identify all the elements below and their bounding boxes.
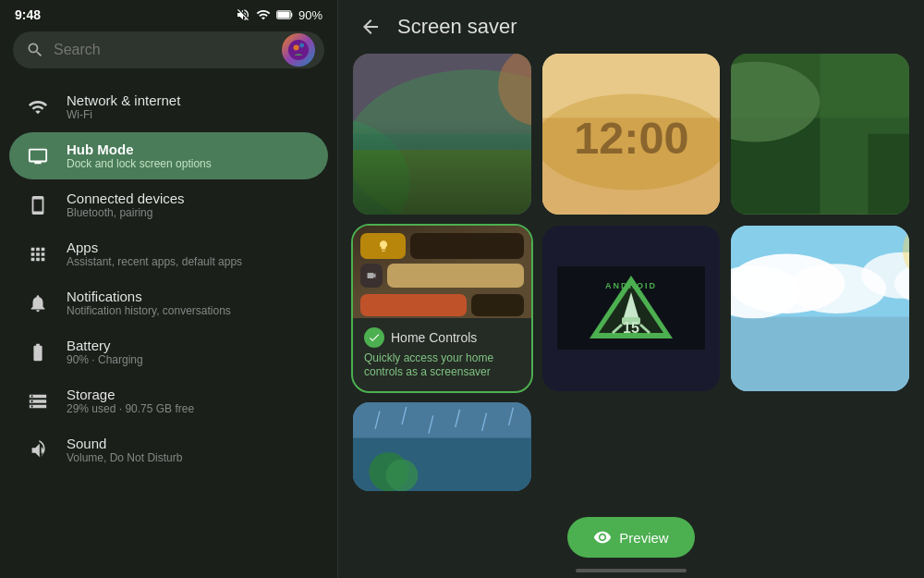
- selected-checkmark: [364, 327, 384, 348]
- storage-icon: [26, 389, 50, 413]
- monitor-icon: [26, 144, 50, 168]
- svg-rect-1: [291, 13, 292, 17]
- sidebar-item-sound[interactable]: Sound Volume, Do Not Disturb: [9, 426, 328, 473]
- main-panel: Screen saver: [338, 0, 924, 578]
- landroid-image: ANDROID 15: [557, 266, 705, 350]
- clock: 9:48: [15, 7, 41, 22]
- card-art-gallery[interactable]: Art gallery Choose from curated images a…: [353, 54, 531, 215]
- sidebar-item-apps[interactable]: Apps Assistant, recent apps, default app…: [9, 230, 328, 277]
- nav-text-connected: Connected devices Bluetooth, pairing: [67, 191, 185, 219]
- card-home-controls[interactable]: Home Controls Quickly access your home c…: [353, 226, 531, 391]
- back-arrow-icon: [359, 16, 382, 38]
- preview-bar: Preview: [338, 508, 924, 569]
- thumb-google-photos: [731, 54, 909, 215]
- checkmark-icon: [368, 331, 381, 344]
- svg-point-49: [386, 459, 419, 491]
- sound-icon: [26, 438, 50, 462]
- nav-text-network: Network & internet Wi-Fi: [67, 92, 180, 121]
- card-weather[interactable]: Weather Check the weather with an animat…: [731, 226, 909, 391]
- svg-point-10: [498, 54, 531, 126]
- thumb-rain: [353, 402, 531, 491]
- svg-text:12:00: 12:00: [574, 113, 688, 163]
- nav-text-notifications: Notifications Notification history, conv…: [67, 289, 231, 317]
- battery-nav-icon: [26, 340, 50, 364]
- screensaver-grid-container: Art gallery Choose from curated images a…: [338, 50, 924, 508]
- svg-point-5: [299, 43, 304, 48]
- svg-rect-9: [353, 134, 531, 215]
- weather-image: [731, 226, 909, 391]
- sidebar-item-network[interactable]: Network & internet Wi-Fi: [9, 83, 328, 130]
- card-full-screen-clock[interactable]: 12:00 Full-screen clock Choose from beau…: [542, 54, 721, 215]
- nav-text-storage: Storage 29% used · 90.75 GB free: [67, 387, 194, 415]
- svg-rect-2: [277, 12, 289, 18]
- thumb-clock: 12:00: [542, 54, 721, 215]
- panel-title: Screen saver: [397, 15, 517, 39]
- search-bar[interactable]: [13, 31, 324, 68]
- status-bar: 9:48 90%: [0, 0, 337, 26]
- mute-icon: [236, 7, 250, 22]
- sidebar-item-battery[interactable]: Battery 90% · Charging: [9, 328, 328, 375]
- nav-menu: Network & internet Wi-Fi Hub Mode Dock a…: [0, 78, 337, 578]
- thumb-home-controls: [353, 226, 531, 318]
- card-info-home-controls: Home Controls Quickly access your home c…: [353, 318, 531, 391]
- art-gallery-image: [353, 54, 531, 215]
- nav-text-sound: Sound Volume, Do Not Disturb: [67, 436, 182, 464]
- sidebar-item-hubmode[interactable]: Hub Mode Dock and lock screen options: [9, 132, 328, 179]
- wifi-icon-status: [256, 7, 271, 22]
- thumb-art-gallery: [353, 54, 531, 215]
- rain-image: [353, 402, 531, 491]
- status-icons: 90%: [236, 7, 322, 22]
- svg-point-3: [288, 40, 309, 60]
- sidebar-item-notifications[interactable]: Notifications Notification history, conv…: [9, 279, 328, 326]
- preview-icon: [593, 528, 612, 547]
- card-header-home-controls: Home Controls: [364, 327, 520, 348]
- battery-status-icon: [276, 8, 293, 21]
- thumb-landroid: ANDROID 15: [542, 226, 721, 391]
- devices-icon: [26, 193, 50, 217]
- svg-rect-33: [731, 316, 909, 391]
- card-rain[interactable]: [353, 402, 531, 491]
- sidebar-item-storage[interactable]: Storage 29% used · 90.75 GB free: [9, 377, 328, 424]
- wifi-icon: [26, 95, 50, 119]
- svg-point-4: [294, 45, 299, 51]
- card-landroid[interactable]: ANDROID 15 Landroid ---- AUTOPILOT ENGAG…: [542, 226, 721, 391]
- card-google-photos[interactable]: Google Photos Create a slideshow of your…: [731, 54, 909, 215]
- clock-image: 12:00: [542, 54, 721, 215]
- back-button[interactable]: [357, 13, 384, 41]
- battery-percent: 90%: [298, 8, 322, 22]
- search-icon: [26, 41, 44, 59]
- nav-text-hubmode: Hub Mode Dock and lock screen options: [67, 141, 212, 170]
- nav-text-battery: Battery 90% · Charging: [67, 338, 143, 366]
- svg-rect-6: [353, 54, 531, 215]
- avatar[interactable]: [282, 33, 315, 67]
- svg-rect-11: [353, 54, 531, 150]
- sidebar: 9:48 90%: [0, 0, 337, 578]
- scroll-indicator: [576, 569, 687, 572]
- sidebar-item-connected[interactable]: Connected devices Bluetooth, pairing: [9, 181, 328, 228]
- bell-icon: [26, 291, 50, 315]
- panel-header: Screen saver: [338, 0, 924, 50]
- svg-text:ANDROID: ANDROID: [605, 281, 657, 290]
- avatar-image: [288, 40, 309, 60]
- svg-text:15: 15: [623, 320, 639, 336]
- screensaver-grid: Art gallery Choose from curated images a…: [353, 54, 909, 491]
- svg-point-8: [353, 69, 531, 214]
- search-input[interactable]: [54, 42, 311, 58]
- svg-rect-20: [869, 134, 909, 215]
- thumb-weather: [731, 226, 909, 391]
- nav-text-apps: Apps Assistant, recent apps, default app…: [67, 240, 242, 268]
- preview-button[interactable]: Preview: [567, 517, 694, 558]
- svg-point-7: [353, 117, 410, 214]
- google-photos-image: [731, 54, 909, 215]
- grid-icon: [26, 242, 50, 266]
